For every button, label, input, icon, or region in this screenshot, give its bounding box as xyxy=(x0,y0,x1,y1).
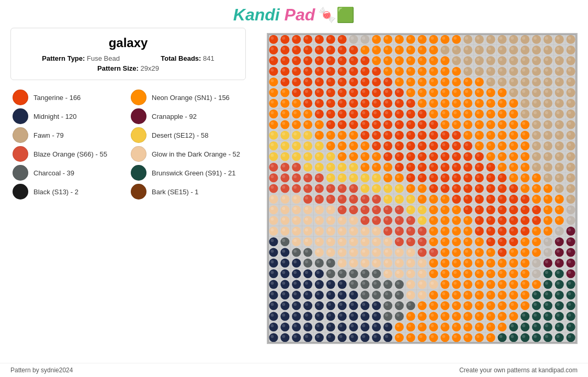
color-swatch-0 xyxy=(13,90,28,105)
color-swatch-4 xyxy=(13,127,28,143)
color-swatch-6 xyxy=(13,146,28,162)
color-label-4: Fawn - 79 xyxy=(33,131,64,139)
pattern-title: galaxy xyxy=(21,36,235,50)
color-label-3: Cranapple - 92 xyxy=(152,113,197,120)
footer: Pattern by sydnie2024 Create your own pa… xyxy=(0,363,588,377)
pattern-info-box: galaxy Pattern Type: Fuse Bead Total Bea… xyxy=(10,28,246,80)
color-swatch-8 xyxy=(13,165,28,181)
color-item-8: Charcoal - 39 xyxy=(13,165,126,181)
color-swatch-10 xyxy=(13,184,28,199)
total-beads-label: Total Beads: xyxy=(161,54,201,62)
color-item-2: Midnight - 120 xyxy=(13,108,126,124)
color-label-5: Desert (SE12) - 58 xyxy=(152,131,208,139)
pattern-type-label: Pattern Type: xyxy=(42,54,85,62)
color-swatch-5 xyxy=(131,127,146,143)
color-list: Tangerine - 166Neon Orange (SN1) - 156Mi… xyxy=(10,90,246,199)
color-item-0: Tangerine - 166 xyxy=(13,90,126,105)
footer-right: Create your own patterns at kandipad.com xyxy=(459,367,578,374)
logo-icon: 🍬🟩 xyxy=(318,6,355,24)
color-swatch-3 xyxy=(131,108,146,124)
color-item-5: Desert (SE12) - 58 xyxy=(131,127,244,143)
pattern-size-label: Pattern Size: xyxy=(97,64,139,72)
bead-grid-canvas xyxy=(267,33,578,344)
color-label-10: Black (S13) - 2 xyxy=(33,188,78,196)
pattern-size-value: 29x29 xyxy=(140,64,159,72)
color-label-2: Midnight - 120 xyxy=(33,113,76,120)
logo-kandi: Kandi xyxy=(233,5,280,24)
color-label-1: Neon Orange (SN1) - 156 xyxy=(152,94,230,102)
color-label-7: Glow in the Dark Orange - 52 xyxy=(152,150,240,158)
color-swatch-1 xyxy=(131,90,146,105)
color-label-11: Bark (SE15) - 1 xyxy=(152,188,199,196)
color-swatch-11 xyxy=(131,184,146,199)
color-item-4: Fawn - 79 xyxy=(13,127,126,143)
color-label-9: Brunswick Green (S91) - 21 xyxy=(152,169,235,177)
color-swatch-2 xyxy=(13,108,28,124)
footer-left: Pattern by sydnie2024 xyxy=(10,367,73,374)
color-item-3: Cranapple - 92 xyxy=(131,108,244,124)
color-item-7: Glow in the Dark Orange - 52 xyxy=(131,146,244,162)
main-content: galaxy Pattern Type: Fuse Bead Total Bea… xyxy=(0,28,588,344)
color-label-6: Blaze Orange (S66) - 55 xyxy=(33,150,107,158)
left-panel: galaxy Pattern Type: Fuse Bead Total Bea… xyxy=(0,28,256,344)
color-item-6: Blaze Orange (S66) - 55 xyxy=(13,146,126,162)
color-item-1: Neon Orange (SN1) - 156 xyxy=(131,90,244,105)
logo: Kandi Pad xyxy=(233,5,315,25)
color-label-8: Charcoal - 39 xyxy=(33,169,74,177)
right-panel xyxy=(256,28,588,344)
color-item-9: Brunswick Green (S91) - 21 xyxy=(131,165,244,181)
pattern-type-value: Fuse Bead xyxy=(87,54,120,62)
total-beads-value: 841 xyxy=(203,54,214,62)
color-item-11: Bark (SE15) - 1 xyxy=(131,184,244,199)
logo-pad: Pad xyxy=(285,5,315,24)
color-item-10: Black (S13) - 2 xyxy=(13,184,126,199)
color-swatch-9 xyxy=(131,165,146,181)
color-swatch-7 xyxy=(131,146,146,162)
color-label-0: Tangerine - 166 xyxy=(33,94,81,102)
header: Kandi Pad 🍬🟩 xyxy=(0,0,588,28)
